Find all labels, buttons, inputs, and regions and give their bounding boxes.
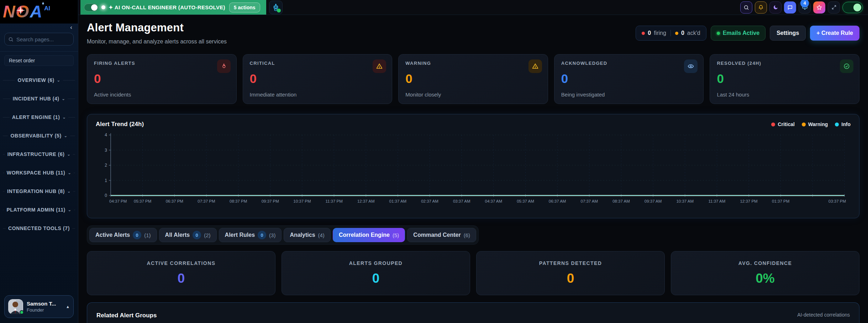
tab-analytics[interactable]: Analytics(4) <box>284 228 330 242</box>
warning-triangle-icon <box>373 59 386 73</box>
ackd-label: ack'd <box>687 30 700 36</box>
svg-text:N: N <box>3 2 16 21</box>
search-input[interactable] <box>16 36 70 42</box>
sidebar-item-infrastructure[interactable]: INFRASTRUCTURE (6)⌄ <box>0 145 78 163</box>
chart-title: Alert Trend (24h) <box>96 121 144 128</box>
nav-label: CONNECTED TOOLS (7) <box>8 225 70 231</box>
related-hint: AI-detected correlations <box>797 312 850 318</box>
emails-active-pill[interactable]: Emails Active <box>711 26 766 41</box>
chevron-down-icon: ⌄ <box>63 115 66 120</box>
nav-label: INTEGRATION HUB (8) <box>7 188 65 194</box>
related-title: Related Alert Groups <box>96 312 157 319</box>
legend-warning: Warning <box>802 121 828 127</box>
power-toggle[interactable] <box>842 2 863 13</box>
sidebar-search[interactable] <box>4 33 74 46</box>
emails-active-label: Emails Active <box>723 30 759 36</box>
sidebar-item-platform-admin[interactable]: PLATFORM ADMIN (11)⌄ <box>0 200 78 219</box>
svg-text:01:37 AM: 01:37 AM <box>389 199 407 203</box>
stat-card-acknowledged[interactable]: ACKNOWLEDGED 0 Being investigated <box>554 54 704 104</box>
stat-value: 0 <box>250 72 385 86</box>
sidebar-item-overview[interactable]: OVERVIEW (6)⌄ <box>0 71 78 89</box>
legend-dot <box>835 123 839 126</box>
chart-body: 04:37 PM05:37 PM06:37 PM07:37 PM08:37 PM… <box>96 131 851 210</box>
logo-graphic: N O A AI <box>2 1 70 22</box>
tab-correlation-engine[interactable]: Correlation Engine(5) <box>333 228 405 242</box>
sidebar-item-connected-tools[interactable]: CONNECTED TOOLS (7) <box>0 219 78 238</box>
svg-text:07:37 AM: 07:37 AM <box>580 199 598 203</box>
notifications-button[interactable] <box>755 1 767 14</box>
create-rule-button[interactable]: + Create Rule <box>810 26 859 41</box>
svg-text:10:37 PM: 10:37 PM <box>293 199 311 203</box>
user-profile[interactable]: Samson T... Founder ▲ <box>4 295 74 318</box>
bell-icon <box>758 5 764 10</box>
expand-button[interactable] <box>828 1 840 14</box>
eye-icon <box>684 59 698 73</box>
actions-count-button[interactable]: 5 actions <box>229 2 260 12</box>
tab-alert-rules[interactable]: Alert Rules0(3) <box>219 228 282 242</box>
search-button[interactable] <box>740 1 752 14</box>
tab-label: Command Center <box>413 232 461 238</box>
corr-value: 0% <box>756 271 774 286</box>
svg-text:06:37 AM: 06:37 AM <box>549 199 566 203</box>
tab-shortcut: (2) <box>204 232 210 238</box>
card-avg-confidence: AVG. CONFIDENCE 0% <box>671 251 859 295</box>
user-role: Founder <box>27 307 62 313</box>
user-meta: Samson T... Founder <box>27 301 62 313</box>
stat-card-warning[interactable]: WARNING 0 Monitor closely <box>398 54 548 104</box>
corr-label: ALERTS GROUPED <box>349 260 403 266</box>
sidebar-item-integration-hub[interactable]: INTEGRATION HUB (8)⌄ <box>0 182 78 200</box>
nav-label: INCIDENT HUB (4) <box>13 96 59 101</box>
svg-text:09:37 PM: 09:37 PM <box>262 199 279 203</box>
chevron-down-icon: ⌄ <box>64 134 68 138</box>
sidebar-item-observability[interactable]: OBSERVABILITY (5)⌄ <box>0 126 78 145</box>
stat-value: 0 <box>94 72 230 86</box>
card-active-correlations: ACTIVE CORRELATIONS 0 <box>87 251 275 295</box>
sidebar-collapse-icon[interactable]: ‹ <box>70 24 72 30</box>
theme-toggle-button[interactable] <box>769 1 782 14</box>
flame-icon <box>217 59 231 73</box>
app-logo[interactable]: N O A AI <box>0 0 78 24</box>
stat-desc: Last 24 hours <box>717 92 852 98</box>
stat-card-firing-alerts[interactable]: FIRING ALERTS 0 Active incidents <box>87 54 237 104</box>
tab-label: All Alerts <box>165 232 190 238</box>
ai-assistant-button[interactable] <box>269 1 283 14</box>
svg-text:11:37 PM: 11:37 PM <box>325 199 342 203</box>
chart-header: Alert Trend (24h) Critical Warning Info <box>96 121 851 128</box>
sidebar-item-incident-hub[interactable]: INCIDENT HUB (4)⌄ <box>0 89 78 108</box>
chat-button[interactable] <box>784 1 796 14</box>
tab-shortcut: (5) <box>393 232 399 238</box>
stat-card-resolved[interactable]: RESOLVED (24H) 0 Last 24 hours <box>710 54 859 104</box>
page-header-actions: 0 firing 0 ack'd Emails Active Settings … <box>636 26 859 41</box>
favorites-button[interactable] <box>813 1 825 14</box>
tab-all-alerts[interactable]: All Alerts0(2) <box>159 228 217 242</box>
sidebar-item-workspace-hub[interactable]: WORKSPACE HUB (11)⌄ <box>0 163 78 182</box>
reset-order-button[interactable]: Reset order <box>4 55 74 66</box>
legend-dot <box>802 123 806 126</box>
expand-arrows-icon <box>831 5 837 10</box>
sidebar-item-alert-engine[interactable]: ALERT ENGINE (1)⌄ <box>0 108 78 126</box>
chart-legend: Critical Warning Info <box>771 121 851 127</box>
corr-label: ACTIVE CORRELATIONS <box>147 260 216 266</box>
svg-text:10:37 AM: 10:37 AM <box>676 199 694 203</box>
settings-button[interactable]: Settings <box>770 26 806 41</box>
legend-label: Warning <box>808 121 828 127</box>
moon-icon <box>773 5 778 10</box>
svg-text:08:37 PM: 08:37 PM <box>230 199 247 203</box>
status-glow-dot <box>101 5 105 9</box>
tab-command-center[interactable]: Command Center(6) <box>407 228 476 242</box>
ai-oncall-toggle[interactable] <box>84 4 98 11</box>
ai-oncall-label: ✦ AI ON-CALL ENGINEER (AUTO-RESOLVE) <box>109 4 225 11</box>
alert-counts-pill: 0 firing 0 ack'd <box>636 26 706 41</box>
tab-active-alerts[interactable]: Active Alerts0(1) <box>89 228 157 242</box>
tab-label: Correlation Engine <box>339 232 390 238</box>
corr-label: AVG. CONFIDENCE <box>738 260 792 266</box>
sidebar-spacer <box>0 238 78 292</box>
stat-label: FIRING ALERTS <box>94 61 230 66</box>
avatar <box>8 299 23 314</box>
corr-value: 0 <box>567 271 574 286</box>
chevron-down-icon: ⌄ <box>67 189 71 194</box>
corr-value: 0 <box>178 271 185 286</box>
stat-card-critical[interactable]: CRITICAL 0 Immediate attention <box>243 54 393 104</box>
chevron-down-icon: ⌄ <box>57 78 61 83</box>
screens-button[interactable]: 4 <box>799 1 811 14</box>
